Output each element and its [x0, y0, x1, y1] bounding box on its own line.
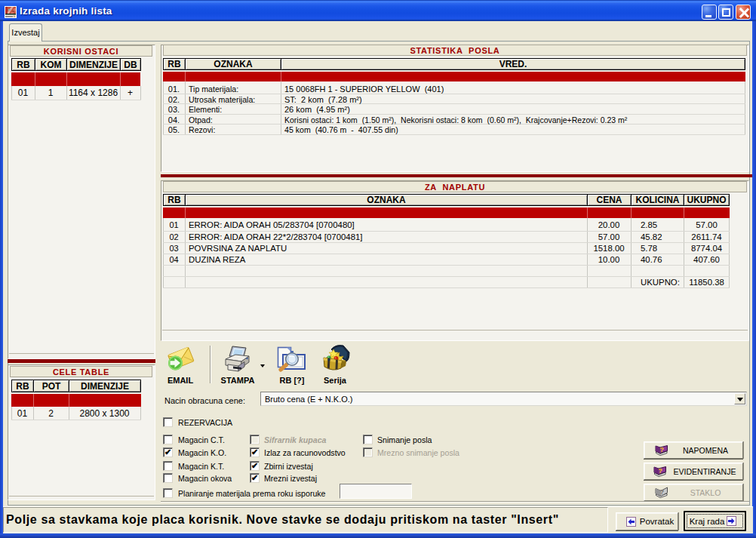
svg-text:?: ? — [659, 488, 664, 496]
svg-text:?: ? — [658, 467, 662, 475]
svg-text:?: ? — [659, 446, 664, 453]
